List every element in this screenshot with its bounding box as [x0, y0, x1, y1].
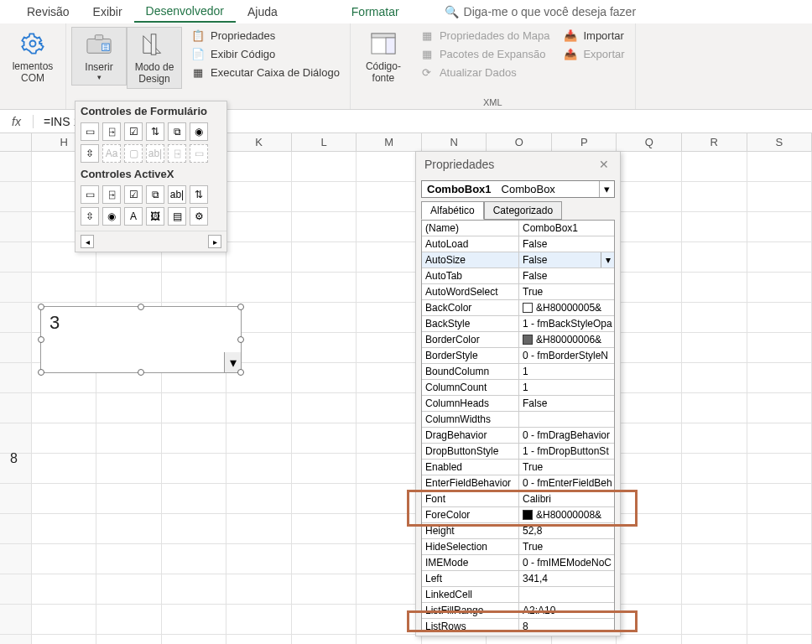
- cell[interactable]: [682, 484, 747, 514]
- ax-combo-icon[interactable]: ⍈: [102, 185, 121, 204]
- row-header[interactable]: [0, 574, 32, 605]
- row-header[interactable]: [0, 333, 32, 363]
- property-row[interactable]: ListRows8: [422, 619, 614, 631]
- tab-formatar[interactable]: Formatar: [340, 2, 411, 22]
- cell[interactable]: [32, 574, 97, 605]
- tab-desenvolvedor[interactable]: Desenvolvedor: [134, 1, 236, 23]
- insert-controls-button[interactable]: Inserir ▾: [71, 27, 127, 86]
- ax-button-icon[interactable]: ▭: [81, 185, 99, 204]
- property-value[interactable]: 0 - fmEnterFieldBeh: [519, 475, 614, 491]
- cell[interactable]: [96, 423, 162, 454]
- design-mode-button[interactable]: Modo de Design: [127, 27, 182, 89]
- cell[interactable]: [226, 574, 292, 605]
- cell[interactable]: [747, 303, 812, 333]
- cell[interactable]: [617, 454, 682, 484]
- cell[interactable]: [96, 514, 162, 544]
- tell-me-search[interactable]: 🔍 Diga-me o que você deseja fazer: [445, 5, 636, 18]
- tab-revisao[interactable]: Revisão: [15, 2, 81, 22]
- cell[interactable]: [162, 484, 227, 514]
- cell[interactable]: [682, 182, 747, 212]
- cell[interactable]: [747, 514, 812, 544]
- col-Q[interactable]: Q: [617, 133, 682, 151]
- property-value[interactable]: [519, 412, 614, 427]
- row-header[interactable]: [0, 514, 32, 544]
- row-header[interactable]: [0, 242, 32, 273]
- cell[interactable]: [32, 635, 97, 644]
- resize-handle[interactable]: [38, 336, 44, 343]
- cell[interactable]: [747, 605, 812, 635]
- cell[interactable]: [162, 454, 227, 484]
- cell[interactable]: [32, 605, 97, 635]
- cell[interactable]: [617, 333, 682, 363]
- property-row[interactable]: BackColor&H80000005&: [422, 300, 614, 316]
- cell[interactable]: [357, 273, 422, 303]
- cell[interactable]: [96, 605, 162, 635]
- tab-exibir[interactable]: Exibir: [81, 2, 134, 22]
- cell[interactable]: [226, 423, 292, 454]
- cell[interactable]: [682, 152, 747, 182]
- cell[interactable]: [162, 544, 227, 574]
- cell[interactable]: [682, 423, 747, 454]
- cell[interactable]: [32, 514, 97, 544]
- cell[interactable]: [617, 574, 682, 605]
- col-K[interactable]: K: [226, 133, 292, 151]
- ax-more-icon[interactable]: ⚙: [190, 207, 208, 226]
- cell[interactable]: [682, 212, 747, 242]
- tab-ajuda[interactable]: Ajuda: [236, 2, 289, 22]
- row-header[interactable]: [0, 544, 32, 574]
- property-row[interactable]: ForeColor&H80000008&: [422, 507, 614, 523]
- cell[interactable]: [682, 303, 747, 333]
- cell[interactable]: [226, 605, 292, 635]
- xml-import-button[interactable]: 📥Importar: [558, 27, 629, 44]
- cell[interactable]: [162, 393, 227, 423]
- property-value[interactable]: &H80000006&: [519, 332, 614, 347]
- resize-handle[interactable]: [237, 369, 244, 376]
- cell[interactable]: [357, 605, 422, 635]
- cell[interactable]: [747, 544, 812, 574]
- row-header[interactable]: [0, 303, 32, 333]
- cell[interactable]: [617, 242, 682, 273]
- cell[interactable]: [747, 212, 812, 242]
- property-value[interactable]: [519, 587, 614, 602]
- property-value[interactable]: 1 - fmBackStyleOpa: [519, 316, 614, 331]
- property-row[interactable]: Height52,8: [422, 523, 614, 539]
- cell[interactable]: [292, 423, 357, 454]
- col-M[interactable]: M: [357, 133, 422, 151]
- cell[interactable]: [747, 635, 812, 644]
- resize-handle[interactable]: [138, 369, 144, 376]
- property-value[interactable]: True: [519, 539, 614, 554]
- cell[interactable]: [357, 242, 422, 273]
- cell[interactable]: [747, 333, 812, 363]
- cell[interactable]: [682, 544, 747, 574]
- tab-categorized[interactable]: Categorizado: [484, 201, 562, 220]
- ax-image-icon[interactable]: 🖼: [146, 207, 164, 226]
- cell[interactable]: [292, 635, 357, 644]
- ax-toggle-icon[interactable]: ▤: [168, 207, 186, 226]
- form-combo-icon[interactable]: ⍈: [102, 122, 121, 141]
- cell[interactable]: [357, 635, 422, 644]
- chevron-down-icon[interactable]: ▾: [601, 252, 614, 267]
- cell[interactable]: [32, 454, 97, 484]
- cell[interactable]: [747, 454, 812, 484]
- cell[interactable]: [96, 484, 162, 514]
- property-row[interactable]: BorderStyle0 - fmBorderStyleN: [422, 348, 614, 364]
- cell[interactable]: [292, 182, 357, 212]
- cell[interactable]: [682, 333, 747, 363]
- property-value[interactable]: False: [519, 396, 614, 411]
- cell[interactable]: [292, 273, 357, 303]
- ax-listbox-icon[interactable]: ⧉: [146, 185, 164, 204]
- cell[interactable]: [226, 514, 292, 544]
- property-row[interactable]: HideSelectionTrue: [422, 539, 614, 555]
- object-selector[interactable]: ComboBox1 ComboBox ▾: [421, 180, 615, 198]
- cell[interactable]: [32, 544, 97, 574]
- row-header[interactable]: [0, 423, 32, 454]
- cell[interactable]: [292, 484, 357, 514]
- select-all-corner[interactable]: [0, 133, 32, 151]
- cell[interactable]: [162, 574, 227, 605]
- cell[interactable]: [617, 212, 682, 242]
- row-header[interactable]: [0, 273, 32, 303]
- property-row[interactable]: ColumnHeadsFalse: [422, 396, 614, 412]
- cell[interactable]: [357, 182, 422, 212]
- cell[interactable]: [357, 212, 422, 242]
- run-dialog-button[interactable]: ▦ Executar Caixa de Diálogo: [185, 64, 345, 80]
